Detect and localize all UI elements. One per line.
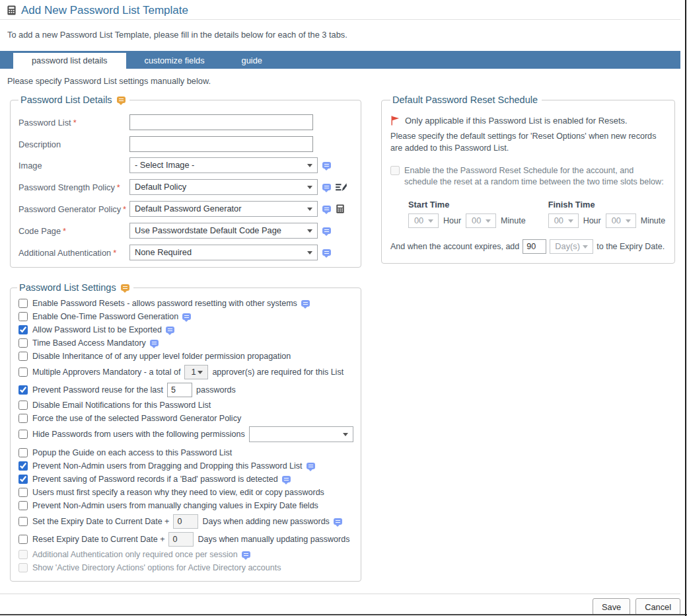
setting-label: Disable Inheritance of of any upper leve… xyxy=(32,352,291,361)
help-bubble-icon[interactable] xyxy=(307,463,315,469)
hour-label: Hour xyxy=(583,216,601,225)
setting-label: Enable Password Resets - allows password… xyxy=(32,299,297,308)
setting-checkbox[interactable] xyxy=(18,461,28,471)
help-bubble-icon[interactable] xyxy=(150,340,159,346)
setting-row: Force the use of the selected Password G… xyxy=(17,412,354,425)
save-button[interactable]: Save xyxy=(593,598,630,615)
strength-policy-icon[interactable] xyxy=(336,183,347,192)
password-list-input[interactable] xyxy=(129,114,313,130)
image-select[interactable]: - Select Image - xyxy=(129,157,318,173)
password-list-settings-legend: Password List Settings xyxy=(17,282,133,293)
setting-checkbox[interactable] xyxy=(18,352,28,361)
setting-checkbox[interactable] xyxy=(18,312,28,321)
code-page-select[interactable]: Use Passwordstate Default Code Page xyxy=(129,223,318,239)
expiry-text-before: And when the account expires, add xyxy=(390,242,519,251)
setting-checkbox[interactable] xyxy=(18,325,28,334)
setting-checkbox[interactable] xyxy=(18,488,28,497)
password-list-details-fieldset: Password List Details Password List* Des… xyxy=(10,95,361,268)
setting-row: Users must first specify a reason why th… xyxy=(17,486,354,499)
reuse-count-input[interactable] xyxy=(167,383,192,397)
help-bubble-icon[interactable] xyxy=(334,518,342,525)
setting-label: Users must first specify a reason why th… xyxy=(32,488,324,497)
setting-label: Set the Expiry Date to Current Date + xyxy=(32,517,169,526)
help-bubble-icon[interactable] xyxy=(242,551,250,558)
hour-label: Hour xyxy=(443,216,461,225)
setting-row: Disable Email Notifications for this Pas… xyxy=(17,399,354,412)
setting-label: Time Based Access Mandatory xyxy=(32,338,146,348)
expiry-add-days-input[interactable] xyxy=(173,514,198,529)
setting-label: Hide Passwords from users with the follo… xyxy=(32,430,245,439)
help-bubble-icon[interactable] xyxy=(121,284,129,291)
image-label: Image xyxy=(18,161,129,171)
expiry-days-input[interactable] xyxy=(523,239,546,254)
help-bubble-icon[interactable] xyxy=(301,300,310,307)
help-bubble-icon[interactable] xyxy=(322,249,331,256)
required-asterisk: * xyxy=(113,248,116,258)
tab-customize-fields[interactable]: customize fields xyxy=(126,53,223,69)
password-list-settings-fieldset: Password List Settings Enable Password R… xyxy=(10,282,361,582)
window-bottom-border xyxy=(0,614,687,615)
tab-bar: password list details customize fields g… xyxy=(0,51,680,69)
calculator-icon[interactable] xyxy=(336,204,345,213)
setting-label: Days when adding new passwords xyxy=(202,517,329,526)
setting-checkbox[interactable] xyxy=(18,501,28,510)
hide-permissions-select[interactable] xyxy=(249,426,353,442)
help-bubble-icon[interactable] xyxy=(282,476,291,482)
setting-label: Prevent Password reuse for the last xyxy=(32,385,163,395)
title-divider xyxy=(0,19,680,20)
password-list-label: Password List* xyxy=(18,118,129,128)
setting-label: Force the use of the selected Password G… xyxy=(32,414,241,423)
setting-checkbox[interactable] xyxy=(18,414,28,423)
minute-label: Minute xyxy=(501,216,526,225)
setting-label: Days when manually updating passwords xyxy=(198,535,349,544)
setting-checkbox[interactable] xyxy=(18,448,28,457)
setting-checkbox[interactable] xyxy=(18,299,28,308)
help-bubble-icon[interactable] xyxy=(322,206,331,212)
password-strength-policy-select[interactable]: Default Policy xyxy=(129,179,318,195)
password-generator-policy-select[interactable]: Default Password Generator xyxy=(129,201,318,217)
start-time-group: Start Time 00 Hour 00 Minute xyxy=(408,200,526,228)
setting-label: Show 'Active Directory Actions' options … xyxy=(32,563,281,572)
tab-guide[interactable]: guide xyxy=(223,53,281,69)
description-label: Description xyxy=(18,139,129,149)
setting-label: Additional Authentication only required … xyxy=(32,550,238,559)
expiry-reset-days-input[interactable] xyxy=(168,532,194,547)
setting-checkbox[interactable] xyxy=(18,430,28,439)
setting-label: Prevent Non-Admin users from Dragging an… xyxy=(32,461,303,471)
setting-row: Enable One-Time Password Generation xyxy=(17,310,354,323)
footer-buttons: Save Cancel xyxy=(0,594,680,616)
setting-checkbox[interactable] xyxy=(18,367,28,377)
help-bubble-icon[interactable] xyxy=(322,184,331,190)
setting-label: Disable Email Notifications for this Pas… xyxy=(32,401,211,410)
setting-row: Reset Expiry Date to Current Date +Days … xyxy=(17,530,354,548)
setting-checkbox[interactable] xyxy=(18,338,28,348)
help-bubble-icon[interactable] xyxy=(117,96,126,103)
setting-row: Prevent Non-Admin users from Dragging an… xyxy=(17,459,354,473)
setting-row: Disable Inheritance of of any upper leve… xyxy=(17,350,354,363)
setting-checkbox[interactable] xyxy=(18,401,28,410)
required-asterisk: * xyxy=(73,118,77,128)
start-hour-select: 00 xyxy=(408,213,439,228)
setting-label: Allow Password List to be Exported xyxy=(32,325,162,334)
setting-checkbox[interactable] xyxy=(18,475,28,484)
setting-checkbox[interactable] xyxy=(18,385,28,395)
setting-checkbox xyxy=(18,550,28,559)
additional-authentication-select[interactable]: None Required xyxy=(129,245,318,260)
cancel-button[interactable]: Cancel xyxy=(635,598,680,615)
setting-row: Prevent Password reuse for the lastpassw… xyxy=(17,381,354,399)
tab-password-list-details[interactable]: password list details xyxy=(13,53,126,69)
setting-checkbox[interactable] xyxy=(18,535,28,544)
help-bubble-icon[interactable] xyxy=(322,162,331,169)
help-bubble-icon[interactable] xyxy=(166,327,174,333)
setting-label: Reset Expiry Date to Current Date + xyxy=(32,535,164,544)
approvers-count-select[interactable]: 1 xyxy=(184,365,208,379)
calculator-icon xyxy=(7,5,17,15)
setting-label: Enable One-Time Password Generation xyxy=(32,312,178,321)
finish-time-group: Finish Time 00 Hour 00 Minute xyxy=(548,200,666,228)
help-bubble-icon[interactable] xyxy=(322,227,331,234)
description-input[interactable] xyxy=(129,136,313,152)
setting-checkbox[interactable] xyxy=(18,517,28,526)
expiry-text-after: to the Expiry Date. xyxy=(597,242,665,251)
password-generator-policy-label: Password Generator Policy* xyxy=(18,204,129,214)
help-bubble-icon[interactable] xyxy=(182,313,191,320)
